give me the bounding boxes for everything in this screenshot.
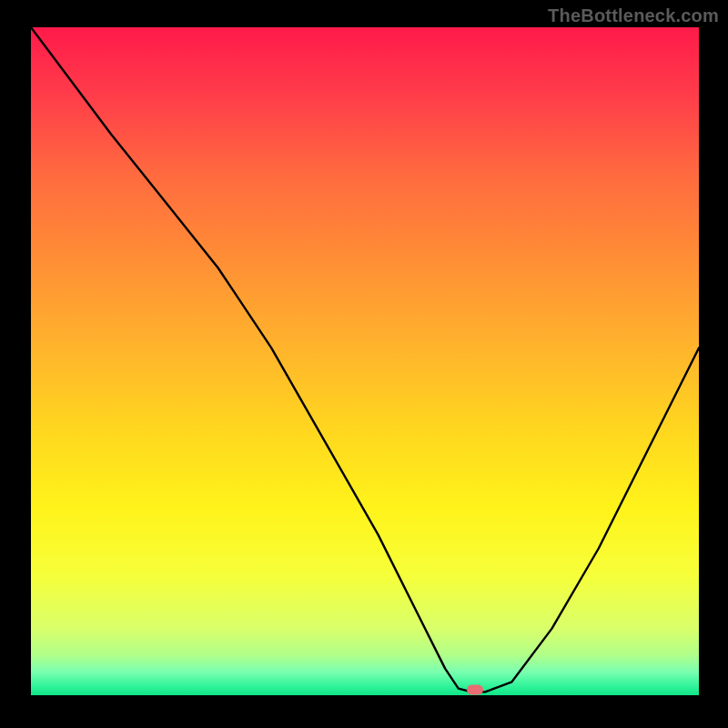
watermark-text: TheBottleneck.com	[548, 5, 719, 26]
chart-marker	[467, 685, 483, 695]
chart-gradient-background	[31, 27, 699, 695]
svg-rect-0	[31, 27, 699, 695]
chart-plot-area	[31, 27, 699, 695]
